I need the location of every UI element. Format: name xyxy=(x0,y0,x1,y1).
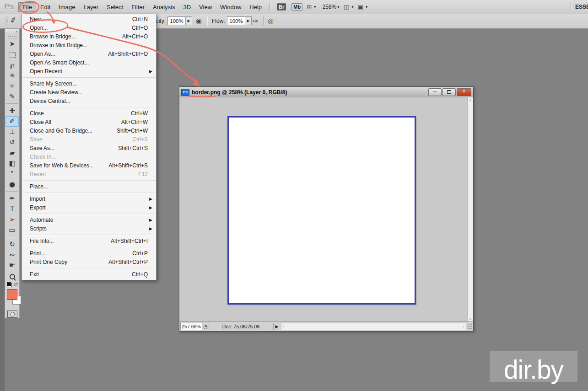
tablet-opacity-icon[interactable]: ◉ xyxy=(196,17,202,25)
scroll-left-icon[interactable]: ‹ xyxy=(283,324,285,329)
menu-item-save-as[interactable]: Save As...Shift+Ctrl+S xyxy=(22,144,156,153)
airbrush-icon[interactable]: ◎ xyxy=(268,17,274,25)
brush-tool[interactable]: ✐ xyxy=(5,116,19,127)
scroll-down-icon[interactable]: ∨ xyxy=(469,317,472,321)
swap-colors-icon[interactable]: ⇄ xyxy=(14,282,18,287)
chevron-down-icon[interactable]: ▾ xyxy=(314,5,316,9)
launch-mini-bridge-button[interactable]: Mb xyxy=(291,3,302,11)
menu-filter[interactable]: Filter xyxy=(127,2,149,12)
chevron-down-icon[interactable]: ▾ xyxy=(351,5,354,9)
menu-item-import[interactable]: Import▶ xyxy=(22,195,156,204)
path-selection-tool[interactable]: ➢ xyxy=(5,214,19,225)
menu-item-create-new-review[interactable]: Create New Review... xyxy=(22,88,156,97)
workspace-switcher[interactable]: ESSE xyxy=(567,3,588,11)
submenu-arrow-icon: ▶ xyxy=(149,216,152,225)
menu-image[interactable]: Image xyxy=(54,2,79,12)
foreground-color-swatch[interactable] xyxy=(7,289,17,300)
spot-healing-brush-tool[interactable]: ✚ xyxy=(5,106,19,116)
status-options-arrow[interactable]: ▶ xyxy=(274,324,280,329)
chevron-down-icon[interactable]: ▾ xyxy=(337,5,340,9)
options-bar-grip[interactable] xyxy=(5,16,8,26)
menu-item-print[interactable]: Print...Ctrl+P xyxy=(22,249,156,258)
quick-selection-tool[interactable]: ✳ xyxy=(5,70,19,81)
vertical-scrollbar[interactable]: ∧ ∨ xyxy=(467,97,473,322)
menu-item-place[interactable]: Place... xyxy=(22,182,156,191)
menu-item-print-one-copy[interactable]: Print One CopyAlt+Shift+Ctrl+P xyxy=(22,258,156,267)
canvas[interactable] xyxy=(227,116,416,305)
flow-label: Flow: xyxy=(212,18,225,24)
launch-bridge-button[interactable]: Br xyxy=(277,3,286,11)
lasso-tool[interactable]: ℘ xyxy=(5,60,19,70)
rectangle-tool[interactable]: ▭ xyxy=(5,225,19,236)
scroll-right-icon[interactable]: › xyxy=(463,324,464,329)
menu-item-close[interactable]: CloseCtrl+W xyxy=(22,109,156,118)
menu-item-scripts[interactable]: Scripts▶ xyxy=(22,225,156,233)
horizontal-scrollbar[interactable]: ‹ › xyxy=(281,323,466,330)
menu-help[interactable]: Help xyxy=(245,2,266,12)
menu-window[interactable]: Window xyxy=(216,2,245,12)
resize-grip[interactable] xyxy=(467,324,473,329)
3d-camera-rotate-tool[interactable]: ∾ xyxy=(5,250,19,260)
3d-object-rotate-tool[interactable]: ↻ xyxy=(5,239,19,250)
rectangular-marquee-tool[interactable] xyxy=(5,49,19,60)
arrange-documents-icon[interactable]: ⊞ xyxy=(307,4,312,11)
menu-item-automate[interactable]: Automate▶ xyxy=(22,216,156,225)
status-zoom-field[interactable]: 257.68% xyxy=(180,323,202,330)
tablet-flow-icon[interactable]: ✑ xyxy=(253,17,259,25)
menu-item-new[interactable]: New...Ctrl+N xyxy=(22,15,156,24)
pen-tool[interactable]: ✒ xyxy=(5,193,19,204)
menu-3d[interactable]: 3D xyxy=(179,2,195,12)
history-brush-tool[interactable]: ↺ xyxy=(5,137,19,148)
annotation-arrowhead xyxy=(193,79,200,87)
zoom-level-dropdown[interactable]: 258% xyxy=(323,4,337,10)
flow-field[interactable]: 100% ▶ xyxy=(227,16,252,25)
eyedropper-tool[interactable]: ✎ xyxy=(5,91,19,102)
close-button[interactable]: ✕ xyxy=(457,88,471,96)
menu-item-browse-in-bridge[interactable]: Browse in Bridge...Alt+Ctrl+O xyxy=(22,32,156,41)
quick-mask-button[interactable] xyxy=(7,311,17,318)
horizontal-type-tool[interactable]: T xyxy=(5,204,19,214)
dodge-tool[interactable]: ● xyxy=(5,179,19,190)
menu-item-device-central[interactable]: Device Central... xyxy=(22,97,156,106)
zoom-tool[interactable] xyxy=(5,271,19,281)
menu-item-close-and-go-to-bridge[interactable]: Close and Go To Bridge...Shift+Ctrl+W xyxy=(22,127,156,135)
menu-item-save-for-web-devices[interactable]: Save for Web & Devices...Alt+Shift+Ctrl+… xyxy=(22,161,156,170)
flow-spinner-icon[interactable]: ▶ xyxy=(245,17,251,25)
scroll-up-icon[interactable]: ∧ xyxy=(469,98,472,102)
move-tool[interactable]: ➤ xyxy=(5,39,19,49)
opacity-spinner-icon[interactable]: ▶ xyxy=(185,17,192,25)
opacity-field[interactable]: 100% ▶ xyxy=(167,16,192,25)
menu-item-exit[interactable]: ExitCtrl+Q xyxy=(22,270,156,279)
menu-select[interactable]: Select xyxy=(102,2,127,12)
eraser-tool[interactable]: ▰ xyxy=(5,148,19,158)
menu-analysis[interactable]: Analysis xyxy=(149,2,179,12)
menu-item-close-all[interactable]: Close AllAlt+Ctrl+W xyxy=(22,118,156,127)
clone-stamp-tool[interactable]: ⊥ xyxy=(5,127,19,137)
menu-item-open[interactable]: Open...Ctrl+O xyxy=(22,24,156,32)
chevron-down-icon[interactable]: ▾ xyxy=(366,5,368,9)
menu-item-open-as-smart-object[interactable]: Open As Smart Object... xyxy=(22,59,156,67)
menu-view[interactable]: View xyxy=(195,2,216,12)
crop-tool[interactable]: ⌗ xyxy=(5,81,19,91)
panel-grip[interactable] xyxy=(8,35,16,39)
brush-preset-picker-icon[interactable]: ✐ xyxy=(9,16,17,26)
document-title-bar[interactable]: Ps border.png @ 258% (Layer 0, RGB/8) — … xyxy=(179,87,473,98)
hand-tool[interactable]: ☛ xyxy=(5,260,19,271)
view-extras-icon[interactable]: ◫ xyxy=(344,4,349,11)
restore-button[interactable] xyxy=(442,88,456,96)
screen-mode-icon[interactable]: ▣ xyxy=(358,4,363,11)
blur-tool[interactable]: ❜ xyxy=(5,169,19,179)
default-colors-icon[interactable] xyxy=(7,282,12,287)
paint-bucket-tool[interactable]: ◧ xyxy=(5,158,19,169)
menu-item-open-as[interactable]: Open As...Alt+Shift+Ctrl+O xyxy=(22,50,156,59)
menu-layer[interactable]: Layer xyxy=(80,2,103,12)
menu-file[interactable]: File xyxy=(18,2,36,12)
menu-item-browse-in-mini-bridge[interactable]: Browse in Mini Bridge... xyxy=(22,41,156,50)
menu-item-export[interactable]: Export▶ xyxy=(22,204,156,212)
menu-item-file-info[interactable]: File Info...Alt+Shift+Ctrl+I xyxy=(22,237,156,246)
minimize-button[interactable]: — xyxy=(428,88,442,96)
menu-edit[interactable]: Edit xyxy=(36,2,54,12)
collapse-panel-button[interactable]: » xyxy=(5,29,19,35)
menu-item-open-recent[interactable]: Open Recent▶ xyxy=(22,67,156,76)
menu-item-share-my-screen[interactable]: Share My Screen... xyxy=(22,80,156,88)
